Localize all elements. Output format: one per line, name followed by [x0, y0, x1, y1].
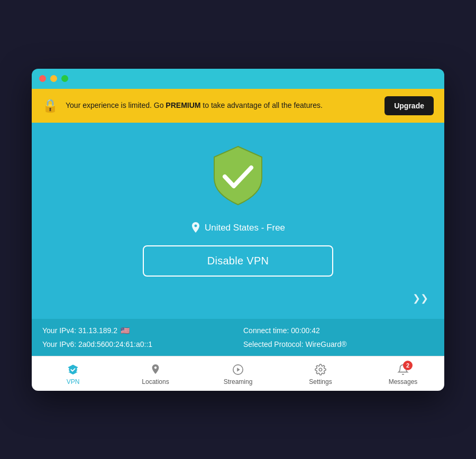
protocol-label: Selected Protocol: WireGuard®	[243, 340, 347, 348]
nav-item-locations[interactable]: Locations	[114, 356, 197, 391]
connect-time-info: Connect time: 00:00:42	[243, 326, 434, 335]
location-pin-icon	[191, 222, 200, 234]
banner-text-bold: PREMIUM	[166, 101, 200, 109]
nav-label-settings: Settings	[309, 378, 332, 385]
location-label: United States - Free	[205, 223, 285, 233]
ipv4-label: Your IPv4: 31.13.189.2	[42, 326, 117, 335]
minimize-button[interactable]	[50, 75, 57, 82]
disable-vpn-button[interactable]: Disable VPN	[143, 245, 333, 277]
protocol-info: Selected Protocol: WireGuard®	[243, 340, 434, 348]
nav-label-locations: Locations	[142, 378, 169, 385]
shield-container	[209, 144, 267, 209]
nav-item-vpn[interactable]: VPN	[32, 356, 114, 391]
nav-item-settings[interactable]: Settings	[279, 356, 362, 391]
banner-text: Your experience is limited. Go PREMIUM t…	[66, 100, 377, 111]
banner-text-suffix: to take advantage of all the features.	[200, 101, 322, 109]
title-bar	[32, 69, 444, 89]
ipv6-info: Your IPv6: 2a0d:5600:24:61:a0::1	[42, 340, 233, 348]
banner-text-normal: Your experience is limited. Go	[66, 101, 166, 109]
ipv4-info: Your IPv4: 31.13.189.2 🇺🇸	[42, 326, 233, 335]
vpn-icon	[67, 364, 79, 375]
settings-icon	[315, 364, 326, 375]
app-window: 🔒 Your experience is limited. Go PREMIUM…	[32, 69, 444, 391]
svg-marker-2	[237, 368, 240, 371]
nav-label-streaming: Streaming	[224, 378, 253, 385]
streaming-icon	[232, 364, 244, 375]
main-area: United States - Free Disable VPN ❯❯	[32, 123, 444, 319]
nav-label-messages: Messages	[389, 378, 418, 385]
lock-icon: 🔒	[42, 98, 58, 113]
connect-time-label: Connect time: 00:00:42	[243, 326, 320, 335]
us-flag-icon: 🇺🇸	[121, 326, 130, 335]
chevron-down-icon[interactable]: ❯❯	[413, 292, 428, 304]
upgrade-button[interactable]: Upgrade	[385, 96, 434, 115]
nav-label-vpn: VPN	[67, 378, 80, 385]
shield-icon	[209, 144, 267, 207]
location-nav-icon	[150, 364, 161, 375]
nav-item-messages[interactable]: 2 Messages	[362, 356, 444, 391]
close-button[interactable]	[39, 75, 46, 82]
info-bar: Your IPv4: 31.13.189.2 🇺🇸 Connect time: …	[32, 319, 444, 356]
nav-item-streaming[interactable]: Streaming	[197, 356, 279, 391]
chevron-area: ❯❯	[42, 292, 434, 304]
bottom-nav: VPN Locations Streaming Settings	[32, 356, 444, 391]
maximize-button[interactable]	[61, 75, 68, 82]
ipv6-label: Your IPv6: 2a0d:5600:24:61:a0::1	[42, 340, 152, 348]
premium-banner: 🔒 Your experience is limited. Go PREMIUM…	[32, 89, 444, 123]
svg-point-3	[319, 368, 322, 371]
messages-badge: 2	[403, 361, 413, 370]
location-row: United States - Free	[191, 222, 285, 234]
